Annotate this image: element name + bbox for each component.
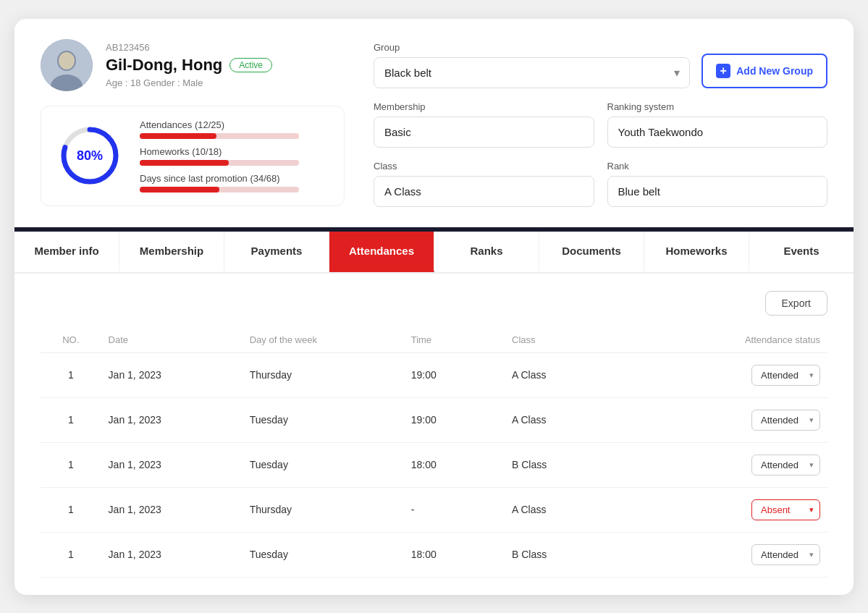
cell-day: Thursday	[243, 487, 404, 532]
tab-documents[interactable]: Documents	[539, 232, 644, 272]
cell-class: A Class	[505, 397, 666, 442]
status-select[interactable]: Attended Absent	[751, 455, 820, 475]
circle-label: 80%	[77, 148, 103, 164]
rank-field: Rank	[607, 161, 828, 207]
cell-time: 18:00	[404, 442, 505, 487]
status-select-wrapper[interactable]: Attended Absent	[751, 544, 820, 565]
ranking-input[interactable]	[607, 117, 828, 148]
tab-member-info[interactable]: Member info	[14, 232, 119, 272]
homeworks-fill	[140, 160, 229, 166]
export-button[interactable]: Export	[765, 291, 827, 316]
days-bar: Days since last promotion (34/68)	[140, 173, 328, 193]
cell-day: Tuesday	[243, 442, 404, 487]
group-row: Group Black belt + Add New Group	[374, 42, 827, 88]
homeworks-bar: Homeworks (10/18)	[140, 146, 328, 166]
cell-date: Jan 1, 2023	[101, 442, 243, 487]
member-id: AB123456	[106, 42, 272, 53]
table-row: 1 Jan 1, 2023 Tuesday 19:00 A Class Atte…	[41, 397, 827, 442]
days-fill	[140, 187, 219, 193]
table-row: 1 Jan 1, 2023 Thursday - A Class Attende…	[41, 487, 827, 532]
attendances-track	[140, 133, 299, 139]
ranking-field: Ranking system	[607, 101, 828, 148]
tab-events[interactable]: Events	[749, 232, 854, 272]
cell-time: 18:00	[404, 532, 505, 577]
cell-status[interactable]: Attended Absent	[666, 352, 827, 397]
cell-class: B Class	[505, 532, 666, 577]
tab-membership[interactable]: Membership	[119, 232, 224, 272]
table-toolbar: Export	[41, 291, 827, 316]
class-input[interactable]	[374, 176, 594, 207]
group-label: Group	[374, 42, 690, 53]
status-select-wrapper[interactable]: Attended Absent	[751, 499, 820, 520]
profile-left: AB123456 Gil-Dong, Hong Active Age : 18 …	[41, 39, 345, 207]
ranking-label: Ranking system	[607, 101, 828, 112]
cell-no: 1	[41, 487, 101, 532]
homeworks-track	[140, 160, 299, 166]
status-select[interactable]: Attended Absent	[751, 499, 820, 520]
cell-day: Thursday	[243, 352, 404, 397]
status-select-wrapper[interactable]: Attended Absent	[751, 365, 820, 386]
days-track	[140, 187, 299, 193]
avatar	[41, 39, 93, 91]
cell-time: -	[404, 487, 505, 532]
status-select[interactable]: Attended Absent	[751, 365, 820, 386]
cell-status[interactable]: Attended Absent	[666, 442, 827, 487]
col-header-no: NO.	[41, 329, 101, 353]
attendances-fill	[140, 133, 216, 139]
membership-ranking-row: Membership Ranking system	[374, 101, 827, 148]
status-select-wrapper[interactable]: Attended Absent	[751, 410, 820, 431]
profile-header: AB123456 Gil-Dong, Hong Active Age : 18 …	[41, 39, 345, 91]
cell-status[interactable]: Attended Absent	[666, 532, 827, 577]
cell-status[interactable]: Attended Absent	[666, 397, 827, 442]
membership-input[interactable]	[374, 117, 594, 148]
col-header-day: Day of the week	[243, 329, 404, 353]
status-select[interactable]: Attended Absent	[751, 544, 820, 565]
membership-label: Membership	[374, 101, 594, 112]
table-row: 1 Jan 1, 2023 Tuesday 18:00 B Class Atte…	[41, 442, 827, 487]
group-select-wrapper[interactable]: Black belt	[374, 57, 690, 88]
status-select-wrapper[interactable]: Attended Absent	[751, 455, 820, 475]
svg-point-3	[59, 52, 75, 69]
col-header-date: Date	[101, 329, 243, 353]
tabs-bar: Member info Membership Payments Attendan…	[14, 232, 854, 274]
member-meta: Age : 18 Gender : Male	[106, 77, 272, 88]
tab-ranks[interactable]: Ranks	[434, 232, 539, 272]
class-rank-row: Class Rank	[374, 161, 827, 207]
cell-date: Jan 1, 2023	[101, 532, 243, 577]
cell-date: Jan 1, 2023	[101, 397, 243, 442]
cell-no: 1	[41, 397, 101, 442]
cell-class: A Class	[505, 352, 666, 397]
group-select[interactable]: Black belt	[374, 57, 690, 88]
group-field: Group Black belt	[374, 42, 690, 88]
col-header-status: Attendance status	[666, 329, 827, 353]
status-select[interactable]: Attended Absent	[751, 410, 820, 431]
rank-input[interactable]	[607, 176, 828, 207]
rank-label: Rank	[607, 161, 828, 172]
table-row: 1 Jan 1, 2023 Thursday 19:00 A Class Att…	[41, 352, 827, 397]
cell-time: 19:00	[404, 352, 505, 397]
cell-date: Jan 1, 2023	[101, 352, 243, 397]
profile-right: Group Black belt + Add New Group Members…	[374, 39, 827, 207]
cell-no: 1	[41, 532, 101, 577]
cell-status[interactable]: Attended Absent	[666, 487, 827, 532]
progress-circle: 80%	[57, 123, 122, 188]
cell-time: 19:00	[404, 397, 505, 442]
profile-info: AB123456 Gil-Dong, Hong Active Age : 18 …	[106, 42, 272, 88]
tab-homeworks[interactable]: Homeworks	[644, 232, 749, 272]
top-section: AB123456 Gil-Dong, Hong Active Age : 18 …	[14, 19, 854, 232]
cell-day: Tuesday	[243, 397, 404, 442]
cell-day: Tuesday	[243, 532, 404, 577]
status-badge: Active	[229, 58, 272, 72]
days-label: Days since last promotion (34/68)	[140, 173, 328, 184]
add-group-button[interactable]: + Add New Group	[701, 54, 827, 88]
member-name: Gil-Dong, Hong	[106, 56, 222, 75]
attendances-bar: Attendances (12/25)	[140, 119, 328, 139]
progress-bars: Attendances (12/25) Homeworks (10/18) Da…	[140, 119, 328, 193]
cell-class: B Class	[505, 442, 666, 487]
col-header-class: Class	[505, 329, 666, 353]
table-header-row: NO. Date Day of the week Time Class Atte…	[41, 329, 827, 353]
tab-attendances[interactable]: Attendances	[329, 232, 434, 272]
tab-payments[interactable]: Payments	[224, 232, 329, 272]
attendances-label: Attendances (12/25)	[140, 119, 328, 130]
cell-class: A Class	[505, 487, 666, 532]
